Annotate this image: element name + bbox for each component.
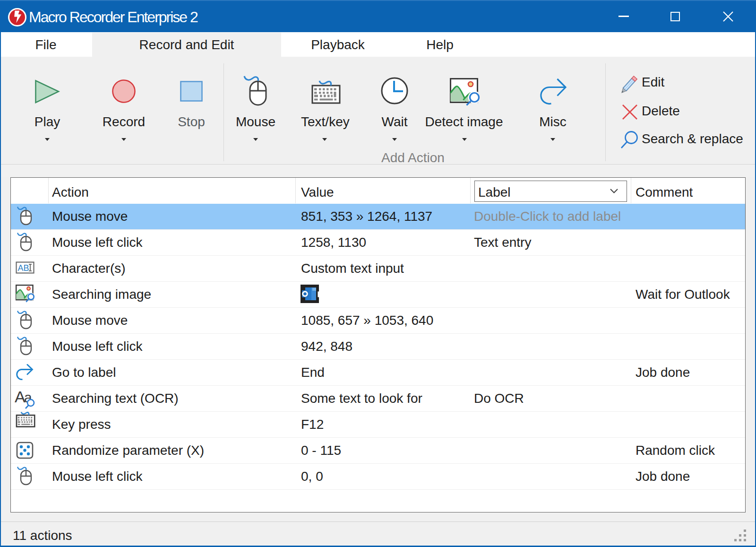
svg-text:AB: AB xyxy=(18,263,29,273)
